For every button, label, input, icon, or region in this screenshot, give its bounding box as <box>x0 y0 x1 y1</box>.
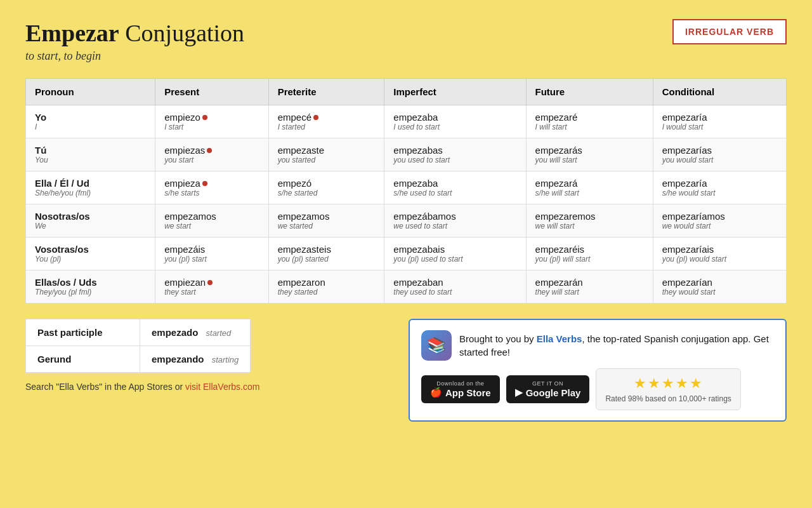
past-participle-translation: started <box>206 328 232 338</box>
pronoun-main: Nosotras/os <box>35 211 146 222</box>
table-row: Tú You empiezas you start empezaste you … <box>26 138 787 171</box>
pronoun-cell: Yo I <box>26 105 155 138</box>
present-verb: empieza <box>164 178 259 189</box>
present-verb: empiezan <box>164 277 259 288</box>
conditional-translation: you would start <box>662 156 777 164</box>
future-cell: empezaré I will start <box>526 105 653 138</box>
conditional-verb: empezaría <box>662 178 777 189</box>
table-row: Vosotras/os You (pl) empezáis you (pl) s… <box>26 237 787 271</box>
verb-name: Empezar <box>25 20 119 46</box>
future-translation: I will start <box>535 123 644 131</box>
imperfect-translation: you used to start <box>393 156 516 164</box>
app-store-small-text: Download on the <box>436 380 484 387</box>
pronoun-main: Yo <box>35 112 146 123</box>
imperfect-verb: empezábamos <box>393 211 516 222</box>
future-cell: empezarán they will start <box>526 271 653 304</box>
present-translation: they start <box>164 288 259 297</box>
imperfect-verb: empezaban <box>393 277 516 288</box>
participle-table: Past participle empezado started Gerund … <box>25 319 251 373</box>
pronoun-cell: Tú You <box>26 138 155 171</box>
pronoun-cell: Nosotras/os We <box>26 204 155 237</box>
preterite-verb: empezaron <box>278 277 376 288</box>
preterite-translation: you started <box>278 156 376 164</box>
google-play-large-text: ▶ Google Play <box>515 387 581 398</box>
imperfect-cell: empezaban they used to start <box>384 271 526 304</box>
future-verb: empezaremos <box>535 211 644 222</box>
gerund-translation: starting <box>212 355 239 364</box>
preterite-verb: empecé <box>278 112 376 123</box>
conditional-cell: empezarías you would start <box>653 138 786 171</box>
conjugation-table: Pronoun Present Preterite Imperfect Futu… <box>25 78 787 304</box>
conditional-translation: they would start <box>662 288 777 297</box>
col-imperfect: Imperfect <box>384 79 526 105</box>
page-title: Empezar Conjugation <box>25 19 244 47</box>
conditional-translation: s/he would start <box>662 189 777 197</box>
present-cell: empezamos we start <box>155 204 269 237</box>
preterite-translation: they started <box>278 288 376 297</box>
pronoun-main: Tú <box>35 145 146 156</box>
imperfect-translation: I used to start <box>393 123 516 131</box>
preterite-translation: you (pl) started <box>278 255 376 264</box>
preterite-translation: s/he started <box>278 189 376 197</box>
present-verb: empiezas <box>164 145 259 156</box>
past-participle-row: Past participle empezado started <box>26 319 251 346</box>
preterite-verb: empezamos <box>278 211 376 222</box>
star-rating: ★★★★★ <box>605 375 731 392</box>
future-verb: empezaré <box>535 112 644 123</box>
table-row: Yo I empiezo I start empecé I started em… <box>26 105 787 138</box>
promo-header: 📚 Brought to you by Ella Verbs, the top-… <box>421 330 774 361</box>
promo-description: Brought to you by Ella Verbs, the top-ra… <box>459 332 774 359</box>
table-row: Ella / Él / Ud She/he/you (fml) empieza … <box>26 171 787 204</box>
pronoun-cell: Ella / Él / Ud She/he/you (fml) <box>26 171 155 204</box>
ella-verbs-app-link[interactable]: Ella Verbs <box>537 333 582 344</box>
pronoun-sub: They/you (pl fml) <box>35 288 146 297</box>
conditional-verb: empezarían <box>662 277 777 288</box>
imperfect-verb: empezaba <box>393 112 516 123</box>
apple-icon: 🍎 <box>430 387 442 398</box>
table-row: Ellas/os / Uds They/you (pl fml) empieza… <box>26 271 787 304</box>
imperfect-verb: empezaba <box>393 178 516 189</box>
imperfect-cell: empezaba I used to start <box>384 105 526 138</box>
irregular-dot <box>202 115 207 120</box>
imperfect-cell: empezabais you (pl) used to start <box>384 237 526 271</box>
future-verb: empezarás <box>535 145 644 156</box>
imperfect-translation: we used to start <box>393 222 516 231</box>
imperfect-translation: you (pl) used to start <box>393 255 516 264</box>
irregular-dot <box>202 181 207 186</box>
present-cell: empezáis you (pl) start <box>155 237 269 271</box>
present-cell: empiezo I start <box>155 105 269 138</box>
present-translation: we start <box>164 222 259 231</box>
bottom-section: Past participle empezado started Gerund … <box>25 319 787 422</box>
verb-translation: to start, to begin <box>25 50 244 63</box>
table-row: Nosotras/os We empezamos we start empeza… <box>26 204 787 237</box>
pronoun-sub: We <box>35 222 146 231</box>
imperfect-verb: empezabas <box>393 145 516 156</box>
conditional-verb: empezaríamos <box>662 211 777 222</box>
conditional-cell: empezarían they would start <box>653 271 786 304</box>
preterite-translation: we started <box>278 222 376 231</box>
promo-box: 📚 Brought to you by Ella Verbs, the top-… <box>409 319 787 422</box>
future-translation: they will start <box>535 288 644 297</box>
pronoun-sub: I <box>35 123 146 131</box>
conditional-verb: empezaría <box>662 112 777 123</box>
conditional-cell: empezaríais you (pl) would start <box>653 237 786 271</box>
app-store-button[interactable]: Download on the 🍎 App Store <box>421 375 500 403</box>
preterite-cell: empezasteis you (pl) started <box>268 237 384 271</box>
google-play-icon: ▶ <box>515 387 523 398</box>
pronoun-main: Ellas/os / Uds <box>35 277 146 288</box>
ella-verbs-link[interactable]: visit EllaVerbs.com <box>185 382 259 392</box>
future-translation: s/he will start <box>535 189 644 197</box>
pronoun-main: Ella / Él / Ud <box>35 178 146 189</box>
future-verb: empezarán <box>535 277 644 288</box>
col-future: Future <box>526 79 653 105</box>
conditional-cell: empezaría s/he would start <box>653 171 786 204</box>
future-translation: we will start <box>535 222 644 231</box>
irregular-verb-badge: IRREGULAR VERB <box>672 19 787 44</box>
pronoun-sub: You (pl) <box>35 255 146 264</box>
google-play-button[interactable]: GET IT ON ▶ Google Play <box>506 375 590 403</box>
promo-text-start: Brought to you by <box>459 333 537 344</box>
ella-verbs-logo: 📚 <box>421 330 452 361</box>
title-rest: Conjugation <box>119 20 244 46</box>
future-verb: empezará <box>535 178 644 189</box>
future-translation: you (pl) will start <box>535 255 644 264</box>
